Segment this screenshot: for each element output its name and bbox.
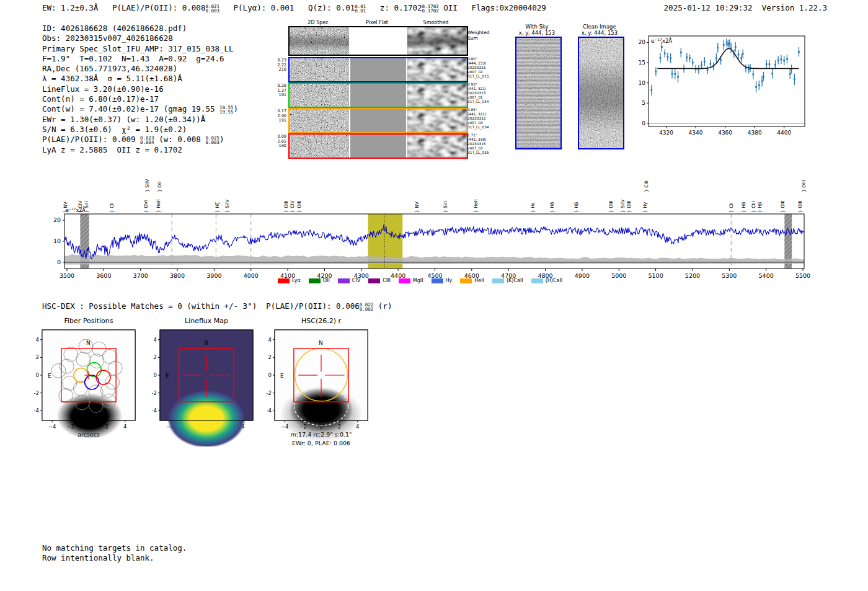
emission-line-label: } NV [63, 201, 68, 213]
legend-swatch [309, 278, 321, 283]
info-line: ID: 4026186628 (4026186628.pdf) [42, 24, 238, 33]
svg-text:3600: 3600 [96, 272, 111, 279]
svg-text:−4: −4 [267, 407, 272, 414]
info-line: RA,Dec (165.771973,46.324028) [42, 64, 238, 74]
svg-text:4340: 4340 [689, 130, 703, 135]
svg-text:4: 4 [123, 424, 126, 430]
spec2d-weighted-row [288, 26, 468, 56]
info-line: EWr = 1.30(±0.37) (w: 1.20(±0.34))Å [42, 115, 238, 125]
svg-text:5: 5 [642, 100, 645, 106]
legend-item: Lyα [278, 278, 301, 283]
legend-item: CIV [338, 278, 360, 283]
compass-north: N [86, 340, 91, 346]
pixel-flat-cell [350, 58, 406, 81]
pixel-flat-cell [350, 27, 406, 55]
svg-text:−2: −2 [152, 390, 157, 396]
spec2d-noise-image [407, 58, 467, 81]
svg-text:4: 4 [154, 337, 157, 343]
fiber-row-id-label: 0.93" (441, 321) 20230315 v007_01 317_LL… [467, 82, 489, 104]
spec2d-noise-image [407, 109, 467, 132]
legend-swatch [492, 278, 504, 283]
svg-text:4900: 4900 [575, 272, 590, 279]
svg-text:4000: 4000 [244, 272, 259, 279]
legend-swatch [432, 278, 443, 283]
spec2d-noise-image [290, 109, 349, 132]
emission-line-label: } OIII [283, 200, 289, 213]
withsky-image [515, 37, 562, 149]
legend-label: Lyα [292, 278, 301, 283]
svg-text:4360: 4360 [718, 130, 732, 135]
cutout-title: Fiber Positions [64, 317, 113, 325]
compass-north: N [204, 340, 208, 346]
cutout-title: Lineflux Map [185, 317, 228, 325]
fiber-row-weights-label: 0.08 2.65 190 [273, 135, 286, 149]
noise-overlay [516, 38, 560, 148]
svg-text:5000: 5000 [611, 272, 626, 279]
elixer-report-page: EW: 1.2±0.3Å P(LAE)/P(OII): 0.0080.0210.… [0, 0, 868, 591]
legend-item: MgII [399, 278, 423, 283]
svg-text:10: 10 [53, 238, 61, 244]
spec2d-col-header: Pixel Flat [349, 20, 405, 25]
legend-label: CIV [352, 278, 360, 283]
emission-line-label: } Hβ [574, 202, 579, 213]
emission-line-label: } NV [414, 201, 420, 213]
fiber-row-id-label: 1.71" (441, 330) 20230315 v007_03 317_LL… [467, 133, 489, 155]
emission-line-label: } CII [728, 202, 734, 213]
compass-east: E [280, 373, 284, 379]
emission-line-label: } Hδ [741, 202, 746, 213]
spec2d-fiber-row [288, 108, 468, 133]
legend-label: (K)CaII [507, 278, 523, 283]
emission-line-label: } OIII [780, 200, 786, 213]
spec2d-noise-image [290, 84, 349, 107]
emission-line-label: } CIV [78, 200, 83, 213]
emission-line-label: } CIV [290, 200, 295, 213]
legend-swatch [531, 278, 543, 283]
svg-text:4: 4 [268, 337, 272, 343]
svg-text:4400: 4400 [777, 130, 791, 135]
legend-swatch [278, 278, 290, 283]
emission-line-label: } Hζ [215, 202, 220, 213]
spectrum-line-legend: LyαOIICIVCIIIMgIIHγHeII(K)CaII(H)CaII [278, 278, 562, 283]
svg-text:4320: 4320 [659, 130, 673, 135]
info-line: Primary Spec_Slot_IFU_AMP: 317_015_038_L… [42, 44, 238, 54]
svg-text:0: 0 [642, 120, 645, 127]
legend-label: HeII [474, 278, 484, 283]
full-spectrum-chart: 3500360037003800390040004100420043004400… [37, 167, 837, 289]
info-line: Cont(w) = 7.40(±0.02)e-17 (gmag 19.55 19… [42, 104, 238, 114]
clean-title: Clean Image [569, 24, 631, 30]
emission-line-label: } CIII [644, 180, 649, 192]
spec2d-fiber-row [288, 57, 468, 82]
inset-ylabel: e−17x2Å [651, 37, 672, 44]
fiber-row-id-label: 0.80" (444, 153) 20230315 v007_02 317_LL… [467, 57, 489, 79]
info-line: S/N = 6.3(±0.6) χ² = 1.9(±0.2) [42, 125, 238, 135]
legend-swatch [338, 278, 350, 283]
legend-item: OII [309, 278, 330, 283]
svg-text:20: 20 [53, 216, 61, 223]
clean-xy-label: x, y: 444, 153 [569, 30, 631, 36]
svg-text:−4: −4 [152, 407, 157, 414]
emission-line-label: } OII [157, 182, 162, 192]
line-fit-inset-chart: 2015105043204340436043804400e−17x2Å [639, 30, 843, 135]
legend-label: MgII [413, 278, 423, 283]
svg-text:10: 10 [639, 80, 645, 86]
pixel-flat-cell [350, 109, 406, 132]
svg-text:2: 2 [36, 354, 39, 360]
svg-text:−2: −2 [267, 390, 272, 396]
fiber-positions-plot: −4−4−2−2002244Fiber PositionsarcsecsNE [34, 313, 146, 447]
legend-item: Hγ [432, 278, 453, 283]
info-line: F=1.9" T=0.102 N=1.43 A=0.92 g=24.6 [42, 54, 238, 64]
emission-line-label: } HeII [156, 199, 161, 213]
spec2d-noise-image [407, 135, 467, 158]
svg-text:−2: −2 [34, 390, 39, 396]
legend-label: CIII [383, 278, 391, 283]
fiber-row-weights-label: 0.20 1.37 191 [273, 84, 286, 98]
legend-swatch [460, 278, 472, 283]
info-line: LineFlux = 3.20(±0.90)e-16 [42, 84, 238, 94]
info-line: P(LAE)/P(OII): 0.009 0.0230.004 (w: 0.00… [42, 135, 238, 144]
emission-line-label: } HeII [473, 199, 479, 213]
emission-line-label: } OIII [626, 200, 632, 213]
pixel-flat-cell [350, 84, 406, 107]
svg-text:−4: −4 [48, 424, 56, 430]
hsc-cutout-plot: −4−4−2−2002244HSC(26.2) rm:17.4 rc:2.9" … [267, 313, 378, 455]
header-datetime: 2025-01-12 10:29:32 Version 1.22.3 [664, 3, 827, 12]
